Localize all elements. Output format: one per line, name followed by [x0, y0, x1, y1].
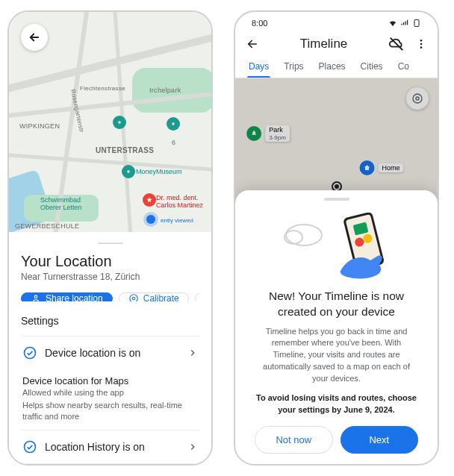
- current-location-dot: [146, 215, 155, 224]
- drag-handle[interactable]: [324, 198, 349, 201]
- check-circle-icon: [22, 345, 37, 360]
- next-button[interactable]: Next: [340, 426, 419, 454]
- label-gewerbe: GEWERBESCHULE: [15, 222, 79, 230]
- setting-maps-desc: Helps show nearby search results, real-t…: [22, 400, 198, 422]
- poi-pin-money[interactable]: [122, 165, 135, 178]
- svg-point-10: [420, 43, 423, 46]
- svg-point-7: [25, 442, 36, 453]
- poi-recently: ently viewed: [161, 218, 193, 225]
- signal-icon: [400, 19, 409, 28]
- setting-maps-allowed: Allowed while using the app: [22, 388, 198, 397]
- button-row: Not now Next: [255, 426, 418, 454]
- check-circle-icon: [22, 439, 37, 454]
- poi-dr: Dr. med. dent. Carlos Martinez: [156, 195, 203, 210]
- setting-maps-sub[interactable]: Device location for Maps Allowed while u…: [21, 369, 199, 430]
- chevron-right-icon: [187, 442, 198, 452]
- back-button[interactable]: [21, 24, 48, 51]
- page-title: Your Location: [21, 253, 199, 270]
- label-flechten: Flechtenstrasse: [80, 85, 125, 92]
- setting-maps-title: Device location for Maps: [22, 375, 198, 386]
- svg-point-5: [129, 294, 137, 301]
- sheet-title: New! Your Timeline is now created on you…: [255, 289, 418, 320]
- tab-countries[interactable]: Co: [391, 54, 417, 78]
- sheet-body: Timeline helps you go back in time and r…: [255, 326, 418, 386]
- label-kreis6: 6: [172, 139, 175, 146]
- chip-calibrate[interactable]: Calibrate: [119, 292, 189, 302]
- setting-location-history-label: Location History is on: [45, 441, 180, 453]
- chip-calibrate-label: Calibrate: [143, 293, 179, 302]
- share-location-icon: [31, 293, 41, 302]
- setting-device-location-label: Device location is on: [45, 347, 180, 359]
- setting-location-history[interactable]: Location History is on: [21, 430, 199, 464]
- chip-save-parking[interactable]: P Save parkin: [195, 292, 199, 302]
- tab-trips[interactable]: Trips: [276, 54, 311, 78]
- illustration: [277, 213, 397, 280]
- settings-label: Settings: [21, 315, 199, 327]
- tab-places[interactable]: Places: [311, 54, 353, 78]
- svg-point-11: [420, 46, 423, 48]
- chip-share-label: Share location: [46, 293, 103, 302]
- svg-rect-8: [414, 20, 419, 27]
- svg-point-2: [127, 170, 129, 172]
- page-subtitle: Near Turnerstrasse 18, Zürich: [21, 272, 199, 282]
- label-wipkingen: WIPKINGEN: [19, 122, 60, 130]
- svg-point-22: [284, 231, 302, 244]
- phone-left: WIPKINGEN Irchelpark UNTERSTRASS 6 Flech…: [7, 10, 213, 466]
- poi-money: MoneyMuseum: [136, 169, 182, 176]
- drag-handle[interactable]: [98, 242, 123, 244]
- header-title: Timeline: [300, 37, 348, 51]
- not-now-button[interactable]: Not now: [255, 426, 333, 454]
- chevron-right-icon: [187, 348, 198, 358]
- label-irchelpark: Irchelpark: [149, 87, 181, 94]
- tab-days[interactable]: Days: [241, 54, 276, 78]
- poi-pin-teal[interactable]: [113, 116, 126, 129]
- bottom-sheet: New! Your Timeline is now created on you…: [235, 190, 438, 464]
- svg-point-21: [286, 225, 322, 245]
- svg-point-4: [132, 297, 135, 300]
- sheet-cta: To avoid losing visits and routes, choos…: [255, 392, 418, 416]
- battery-icon: [412, 19, 421, 28]
- map-area[interactable]: WIPKINGEN Irchelpark UNTERSTRASS 6 Flech…: [9, 12, 211, 232]
- chip-share-location[interactable]: Share location: [21, 292, 113, 302]
- status-bar: 8:00: [235, 15, 438, 31]
- tab-cities[interactable]: Cities: [353, 54, 391, 78]
- svg-point-3: [34, 295, 37, 298]
- status-time: 8:00: [252, 19, 267, 28]
- content-area: Your Location Near Turnerstrasse 18, Zür…: [9, 232, 211, 464]
- svg-point-9: [420, 40, 423, 42]
- setting-device-location[interactable]: Device location is on: [21, 336, 199, 369]
- label-unterstrass: UNTERSTRASS: [96, 146, 154, 154]
- wifi-icon: [388, 19, 397, 28]
- tabs: Days Trips Places Cities Co: [235, 54, 438, 78]
- more-vert-icon[interactable]: [415, 38, 427, 50]
- chip-row: Share location Calibrate P Save parkin: [21, 292, 199, 302]
- back-button[interactable]: [246, 37, 259, 51]
- poi-pin-red[interactable]: [143, 193, 156, 207]
- poi-pin-teal2[interactable]: [167, 117, 180, 131]
- timeline-header: Timeline: [235, 31, 438, 54]
- poi-schwimmbad: Schwimmbad Oberer Letten: [40, 197, 82, 212]
- compass-icon: [128, 293, 139, 302]
- cloud-off-icon[interactable]: [388, 36, 405, 52]
- svg-point-6: [25, 348, 36, 359]
- arrow-left-icon: [28, 31, 41, 44]
- svg-point-0: [118, 121, 120, 123]
- phone-right: 8:00 Timeline Days Trips Places Cities C…: [234, 10, 439, 466]
- svg-point-1: [172, 122, 174, 125]
